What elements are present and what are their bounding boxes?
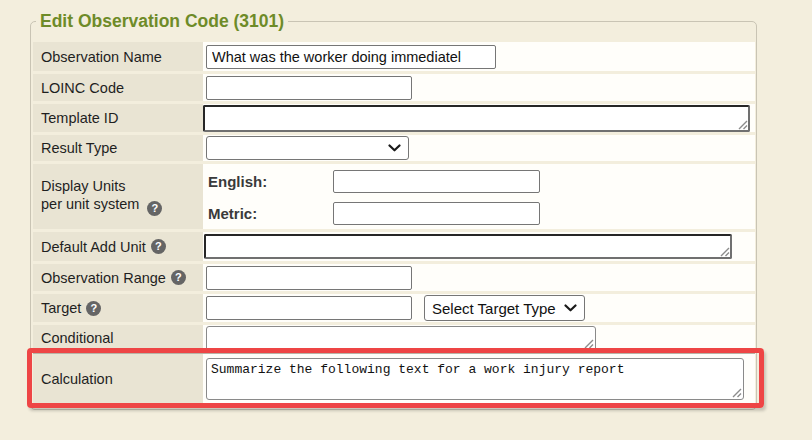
display-units-label: Display Units per unit system ? [33,164,203,229]
observation-range-label: Observation Range ? [33,264,203,291]
calculation-label: Calculation [33,354,203,404]
row-observation-name: Observation Name [33,42,755,71]
template-id-label: Template ID [33,104,203,132]
default-add-unit-label: Default Add Unit ? [33,232,203,261]
help-icon[interactable]: ? [151,239,166,254]
help-icon[interactable]: ? [171,270,186,285]
result-type-label: Result Type [33,135,203,161]
chevron-down-icon [564,304,577,312]
target-input[interactable] [206,296,412,320]
page-title: Edit Observation Code (3101) [36,11,288,31]
english-units-label: English: [203,173,333,190]
row-observation-range: Observation Range ? [33,264,755,291]
observation-name-input[interactable] [206,45,496,69]
target-type-selected-value: Select Target Type [432,300,556,317]
default-add-unit-textarea[interactable] [204,234,732,259]
calculation-textarea[interactable]: Summarize the following text for a work … [206,358,744,400]
row-conditional: Conditional [33,325,755,351]
help-icon[interactable]: ? [147,201,162,216]
observation-name-label: Observation Name [33,42,203,71]
observation-range-input[interactable] [206,266,412,290]
result-type-select[interactable] [206,136,409,160]
conditional-textarea[interactable] [206,326,596,351]
row-default-add-unit: Default Add Unit ? [33,232,755,261]
chevron-down-icon [388,144,401,152]
edit-observation-code-page: Edit Observation Code (3101) Observation… [0,0,812,440]
metric-units-label: Metric: [203,205,333,222]
target-type-select[interactable]: Select Target Type [424,295,585,321]
row-result-type: Result Type [33,135,755,161]
loinc-code-label: LOINC Code [33,74,203,101]
target-label: Target ? [33,294,203,322]
row-display-units: Display Units per unit system ? English:… [33,164,755,229]
template-id-textarea[interactable] [203,105,750,132]
loinc-code-input[interactable] [206,76,412,100]
row-target: Target ? Select Target Type [33,294,755,322]
metric-units-input[interactable] [333,202,540,225]
conditional-label: Conditional [33,325,203,351]
row-template-id: Template ID [33,104,755,132]
english-units-input[interactable] [333,170,540,193]
help-icon[interactable]: ? [86,301,101,316]
row-loinc-code: LOINC Code [33,74,755,101]
row-divider [33,351,755,354]
row-calculation: Calculation Summarize the following text… [33,354,755,404]
